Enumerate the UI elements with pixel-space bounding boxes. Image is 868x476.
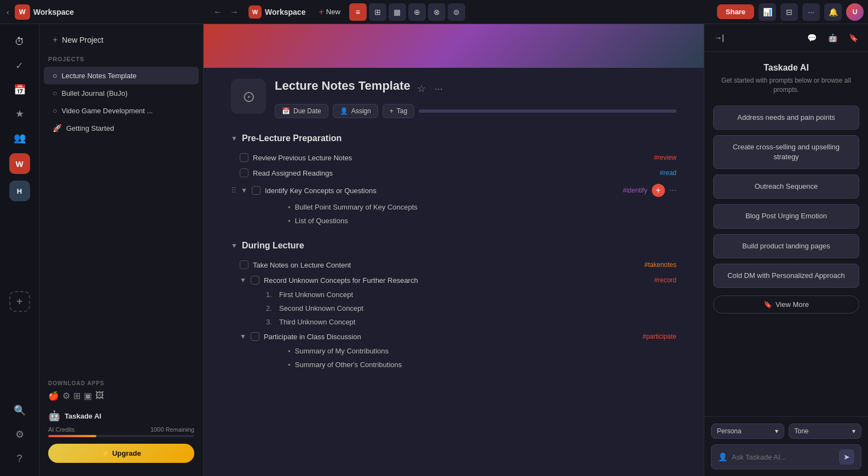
workspace-badge-h[interactable]: H [9, 181, 30, 201]
sidebar-item-tasks[interactable]: ✓ [9, 55, 31, 77]
ai-ask-input[interactable] [732, 453, 835, 461]
view-more-button[interactable]: 🔖 View More [713, 295, 859, 314]
share-button[interactable]: Share [717, 4, 754, 19]
persona-dropdown[interactable]: Persona ▾ [711, 423, 784, 439]
org-view-icon[interactable]: ⊜ [448, 3, 465, 21]
ai-send-button[interactable]: ➤ [839, 449, 854, 465]
bullet-icon: ● [288, 205, 291, 210]
chevron-down-icon: ▾ [852, 427, 855, 435]
task-checkbox[interactable] [240, 153, 248, 162]
workspace-badge-w[interactable]: W [9, 153, 30, 174]
main-scroll[interactable]: ⊙ Lecture Notes Template ☆ ··· 📅 Due Dat… [204, 68, 704, 476]
apple-icon[interactable]: 🍎 [48, 391, 59, 401]
sidebar-item-favorites[interactable]: ★ [9, 103, 31, 125]
task-checkbox[interactable] [251, 276, 259, 285]
subtask-collapse-icon[interactable]: ▼ [240, 276, 246, 284]
board-view-icon[interactable]: ⊞ [369, 3, 386, 21]
notifications-icon[interactable]: 🔔 [824, 3, 842, 21]
task-checkbox[interactable] [251, 332, 259, 341]
prompt-button-6[interactable]: Cold DM with Personalized Approach [713, 264, 859, 288]
plus-icon: + [319, 7, 323, 17]
drag-handle-icon[interactable]: ⠿ [231, 186, 236, 195]
rocket-icon: 🚀 [53, 124, 62, 132]
sidebar-bottom: 🔍 ⚙ ? [9, 399, 31, 469]
right-panel-header: →| 💬 🤖 🔖 [704, 24, 868, 52]
sidebar-item-calendar[interactable]: 📅 [9, 79, 31, 101]
more-options-icon[interactable]: ··· [432, 81, 445, 97]
task-checkbox[interactable] [252, 186, 261, 195]
subtask-text: Second Unknown Concept [279, 304, 363, 312]
compass-icon[interactable]: ⚙ [62, 391, 70, 401]
collapse-panel-icon[interactable]: →| [711, 30, 727, 46]
add-task-button[interactable]: + [652, 184, 665, 197]
project-item-bullet-journal[interactable]: ○ Bullet Journal (BuJo) [44, 84, 199, 102]
star-icon[interactable]: ☆ [415, 80, 428, 97]
sidebar-item-people[interactable]: 👥 [9, 127, 31, 149]
task-list: ▼ Pre-Lecture Preparation Review Previou… [220, 129, 687, 371]
sidebar-help-icon[interactable]: ? [9, 448, 31, 469]
project-item-lecture-notes[interactable]: ○ Lecture Notes Template [44, 67, 199, 84]
back-arrow-icon[interactable]: ‹ [4, 5, 11, 19]
add-workspace-button[interactable]: + [9, 291, 30, 312]
ai-panel-footer: Persona ▾ Tone ▾ 👤 ➤ [704, 416, 868, 476]
subtask-collapse-icon[interactable]: ▼ [240, 333, 246, 340]
user-avatar[interactable]: U [846, 3, 864, 21]
subtask-text: Bullet Point Summary of Key Concepts [295, 203, 418, 211]
windows-icon[interactable]: ⊞ [73, 391, 80, 401]
nav-back-icon[interactable]: ← [211, 5, 224, 19]
subtask-item: ● Summary of My Contributions [231, 344, 676, 358]
upgrade-button[interactable]: ⚡ Upgrade [48, 444, 194, 463]
layout-icon[interactable]: ⊟ [780, 3, 798, 21]
share-view-icon[interactable]: ⊗ [428, 3, 445, 21]
ai-face-icon[interactable]: 🤖 [824, 30, 841, 46]
sidebar-settings-icon[interactable]: ⚙ [9, 423, 31, 445]
chart-icon[interactable]: 📊 [759, 3, 776, 21]
subtask-text: First Unknown Concept [279, 291, 353, 299]
prompt-button-2[interactable]: Create cross-selling and upselling strat… [713, 135, 859, 169]
tag-button[interactable]: + Tag [383, 104, 414, 118]
projects-section-label: PROJECTS [39, 54, 203, 67]
task-tag: #participate [643, 333, 676, 340]
left-workspace-badge[interactable]: W [15, 4, 30, 20]
bookmark-small-icon: 🔖 [763, 300, 772, 309]
prompt-button-3[interactable]: Outreach Sequence [713, 175, 859, 199]
bullet-icon: ● [288, 218, 291, 223]
image-icon[interactable]: 🖼 [95, 391, 104, 401]
new-button[interactable]: + New [313, 5, 345, 19]
calendar-view-icon[interactable]: ▦ [389, 3, 406, 21]
nav-forward-icon[interactable]: → [228, 5, 241, 19]
task-text: Record Unknown Concepts for Further Rese… [264, 276, 650, 285]
doc-icon-box: ⊙ [231, 79, 266, 114]
sidebar-item-activity[interactable]: ⏱ [9, 31, 31, 53]
task-more-icon[interactable]: ··· [669, 185, 676, 195]
credits-progress-fill [48, 435, 96, 437]
android-icon[interactable]: ▣ [84, 391, 92, 401]
prompt-button-4[interactable]: Blog Post Urging Emotion [713, 204, 859, 228]
project-item-getting-started[interactable]: 🚀 Getting Started [44, 119, 199, 137]
section-during-lecture[interactable]: ▼ During Lecture [231, 236, 676, 255]
tone-dropdown[interactable]: Tone ▾ [789, 423, 862, 439]
prompt-button-1[interactable]: Address needs and pain points [713, 106, 859, 130]
sidebar-search-icon[interactable]: 🔍 [9, 399, 31, 421]
task-tag: #record [654, 276, 676, 284]
section-pre-lecture[interactable]: ▼ Pre-Lecture Preparation [231, 129, 676, 148]
bookmark-icon[interactable]: 🔖 [845, 30, 861, 46]
project-panel: + New Project PROJECTS ○ Lecture Notes T… [39, 24, 204, 476]
person-icon: 👤 [718, 452, 727, 461]
doc-title: Lecture Notes Template [275, 79, 410, 93]
list-view-icon[interactable]: ≡ [349, 3, 367, 21]
mindmap-view-icon[interactable]: ⊕ [408, 3, 426, 21]
new-project-button[interactable]: + New Project [44, 31, 199, 49]
subtask-collapse-icon[interactable]: ▼ [241, 187, 247, 194]
due-date-button[interactable]: 📅 Due Date [275, 104, 328, 118]
task-checkbox[interactable] [240, 169, 248, 177]
tag-input-bar [419, 109, 676, 113]
task-checkbox[interactable] [240, 260, 248, 269]
prompt-button-5[interactable]: Build product landing pages [713, 234, 859, 258]
project-item-video-game[interactable]: ○ Video Game Development ... [44, 102, 199, 119]
more-icon[interactable]: ··· [802, 3, 820, 21]
task-tag: #identify [623, 187, 647, 194]
center-workspace[interactable]: W Workspace [244, 3, 310, 21]
assign-button[interactable]: 👤 Assign [333, 104, 378, 118]
chat-icon[interactable]: 💬 [803, 30, 820, 46]
